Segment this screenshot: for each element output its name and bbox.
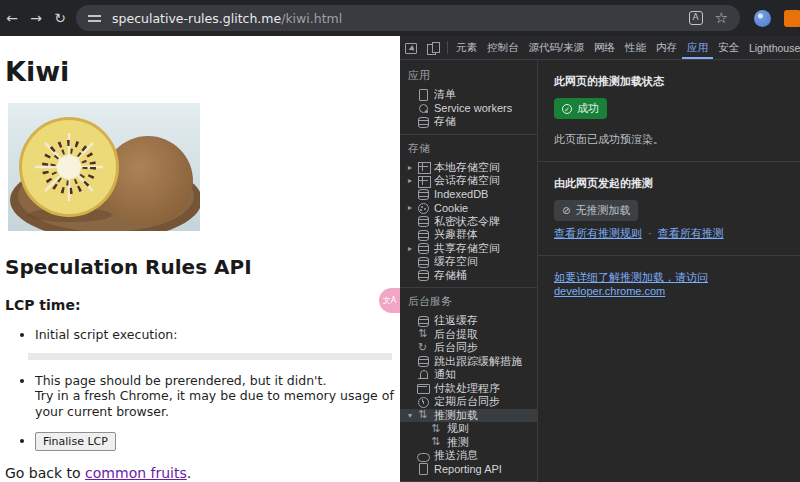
sidebar-section-header: 应用: [400, 64, 537, 88]
sidebar-item[interactable]: 推测: [400, 436, 537, 450]
expander-icon[interactable]: ▾: [408, 411, 417, 420]
view-all-speculations-link[interactable]: 查看所有推测: [658, 227, 724, 239]
sidebar-item[interactable]: 清单: [400, 88, 537, 102]
speculations-heading: 由此网页发起的推测: [554, 176, 784, 191]
sidebar-item[interactable]: 通知: [400, 368, 537, 382]
sidebar-item[interactable]: IndexedDB: [400, 188, 537, 202]
sidebar-item-label: IndexedDB: [434, 188, 488, 200]
sidebar-item[interactable]: ▸会话存储空间: [400, 174, 537, 188]
sidebar-item[interactable]: 推送消息: [400, 449, 537, 463]
devtools-tab-sources[interactable]: 源代码/来源: [524, 36, 589, 59]
sidebar-item-label: 清单: [434, 87, 456, 102]
table-icon: [417, 175, 429, 187]
sidebar-item[interactable]: 缓存空间: [400, 255, 537, 269]
forward-icon[interactable]: →: [24, 10, 48, 26]
list-item: This page should be prerendered, but it …: [35, 373, 395, 420]
url-text[interactable]: speculative-rules.glitch.me/kiwi.html: [112, 11, 677, 26]
sidebar-item[interactable]: 存储: [400, 115, 537, 129]
extension-icon-orange[interactable]: [784, 10, 800, 27]
sidebar-item-label: 会话存储空间: [434, 173, 500, 188]
finalise-lcp-button[interactable]: Finalise LCP: [35, 432, 116, 451]
extension-icon[interactable]: [754, 10, 771, 27]
section-heading: Speculation Rules API: [5, 255, 395, 279]
devtools-main-panel: 此网页的推测加载状态 ✓ 成功 此页面已成功预渲染。 由此网页发起的推测 ⊘ 无…: [538, 60, 800, 482]
dot-separator: ·: [648, 227, 652, 239]
content-area: Kiwi: [0, 36, 800, 482]
devtools-tab-network[interactable]: 网络: [589, 36, 620, 59]
cloud-icon: [417, 450, 429, 462]
devtools-tab-lighthouse[interactable]: Lighthouse: [744, 36, 800, 59]
sidebar-item[interactable]: 往返缓存: [400, 314, 537, 328]
table-icon: [417, 161, 429, 173]
sidebar-item[interactable]: 存储桶: [400, 269, 537, 283]
updown-icon: [430, 423, 442, 435]
list-item: Initial script execution:: [35, 327, 395, 343]
bell-icon: [417, 369, 429, 381]
db-icon: [417, 215, 429, 227]
browser-toolbar: ← → ↻ speculative-rules.glitch.me/kiwi.h…: [0, 0, 800, 36]
devtools-tab-application[interactable]: 应用: [682, 36, 713, 59]
lcp-heading: LCP time:: [5, 297, 395, 313]
reload-icon[interactable]: ↻: [48, 10, 72, 26]
translate-icon[interactable]: A: [689, 11, 703, 25]
devtools-tabs: 元素控制台源代码/来源网络性能内存应用安全Lighthouse: [451, 36, 800, 59]
sidebar-item[interactable]: ▸共享存储空间: [400, 242, 537, 256]
translate-page-badge[interactable]: 文A: [379, 288, 400, 313]
sidebar-item[interactable]: ▸本地存储空间: [400, 161, 537, 175]
expander-icon[interactable]: ▸: [408, 244, 417, 253]
db-icon: [417, 315, 429, 327]
sidebar-item[interactable]: 私密状态令牌: [400, 215, 537, 229]
view-all-rules-link[interactable]: 查看所有推测规则: [554, 227, 642, 239]
lcp-progress-bar: [28, 353, 392, 360]
db-icon: [417, 269, 429, 281]
updown-icon: [430, 436, 442, 448]
device-toolbar-icon[interactable]: [422, 36, 444, 59]
bookmark-star-icon[interactable]: ☆: [715, 11, 728, 26]
expander-icon[interactable]: ▸: [408, 163, 417, 172]
learn-more-link[interactable]: 如要详细了解推测加载，请访问 developer.chrome.com: [554, 271, 708, 297]
url-domain: speculative-rules.glitch.me: [112, 11, 281, 26]
status-badge: ✓ 成功: [554, 98, 607, 119]
sidebar-item[interactable]: 后台提取: [400, 328, 537, 342]
devtools-tab-elements[interactable]: 元素: [451, 36, 482, 59]
db-icon: [417, 242, 429, 254]
sidebar-section-header: 存储: [400, 137, 537, 161]
devtools-tab-security[interactable]: 安全: [713, 36, 744, 59]
db-icon: [417, 188, 429, 200]
url-path: /kiwi.html: [281, 11, 342, 26]
back-icon[interactable]: ←: [0, 10, 24, 26]
expander-icon[interactable]: ▸: [408, 176, 417, 185]
db-icon: [417, 229, 429, 241]
status-text: 此页面已成功预渲染。: [554, 132, 784, 147]
devtools-tab-performance[interactable]: 性能: [620, 36, 651, 59]
sidebar-item[interactable]: 定期后台同步: [400, 395, 537, 409]
clock-icon: [417, 396, 429, 408]
sidebar-item[interactable]: 规则: [400, 422, 537, 436]
sidebar-item[interactable]: 后台同步: [400, 341, 537, 355]
inspect-element-icon[interactable]: [400, 36, 422, 59]
notes-list: This page should be prerendered, but it …: [35, 373, 395, 452]
address-bar[interactable]: speculative-rules.glitch.me/kiwi.html A …: [76, 5, 740, 31]
sidebar-item[interactable]: ▾推测加载: [400, 409, 537, 423]
sidebar-item[interactable]: ▸Cookie: [400, 201, 537, 215]
blocked-icon: ⊘: [562, 206, 570, 216]
expander-icon[interactable]: ▸: [408, 203, 417, 212]
db-icon: [417, 256, 429, 268]
devtools-body: 应用清单Service workers存储存储▸本地存储空间▸会话存储空间Ind…: [400, 60, 800, 482]
sidebar-item[interactable]: 付款处理程序: [400, 382, 537, 396]
speculation-links: 查看所有推测规则·查看所有推测: [554, 226, 784, 241]
kiwi-image: [8, 103, 200, 231]
sidebar-item[interactable]: Service workers: [400, 102, 537, 116]
sidebar-item[interactable]: 兴趣群体: [400, 228, 537, 242]
sync-icon: [417, 342, 429, 354]
sidebar-item-label: Reporting API: [434, 463, 502, 475]
updown-icon: [417, 328, 429, 340]
sidebar-item[interactable]: Reporting API: [400, 463, 537, 477]
site-settings-icon[interactable]: [88, 11, 102, 25]
common-fruits-link[interactable]: common fruits: [85, 465, 187, 481]
sidebar-item[interactable]: 跳出跟踪缓解措施: [400, 355, 537, 369]
devtools-tab-memory[interactable]: 内存: [651, 36, 682, 59]
devtools-tab-console[interactable]: 控制台: [482, 36, 524, 59]
db-icon: [417, 355, 429, 367]
doc-icon: [417, 463, 429, 475]
